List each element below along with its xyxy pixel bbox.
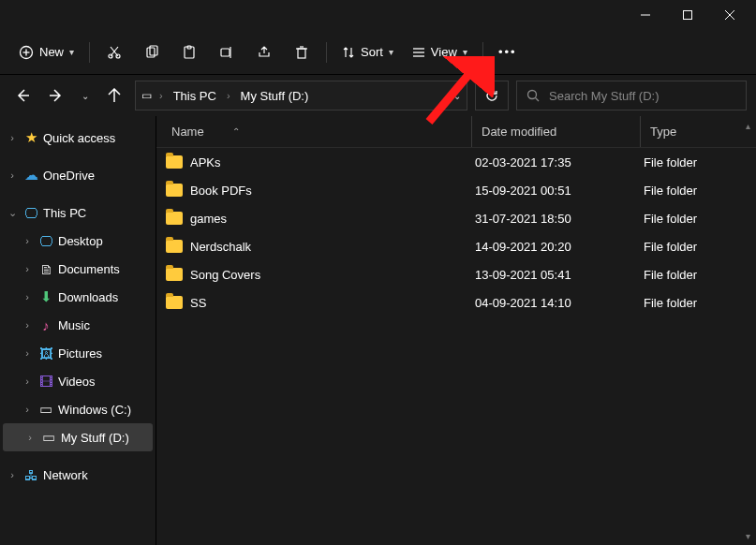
column-header-name[interactable]: Name ⌃ xyxy=(171,125,471,139)
column-header-type[interactable]: Type xyxy=(640,116,756,147)
folder-icon xyxy=(166,155,183,169)
chevron-right-icon[interactable]: › xyxy=(21,404,34,415)
chevron-right-icon[interactable]: › xyxy=(6,132,19,143)
view-button[interactable]: View ▾ xyxy=(403,36,477,69)
chevron-right-icon[interactable]: › xyxy=(6,169,19,181)
sidebar-item-documents[interactable]: › 🗎 Documents xyxy=(0,255,156,283)
address-dropdown[interactable]: ⌄ xyxy=(453,91,461,101)
documents-icon: 🗎 xyxy=(37,260,54,277)
sidebar-item-desktop[interactable]: › 🖵 Desktop xyxy=(0,227,156,255)
file-row[interactable]: Nerdschalk14-09-2021 20:20File folder xyxy=(156,232,756,260)
forward-button[interactable] xyxy=(43,82,69,109)
more-button[interactable]: ••• xyxy=(489,36,526,69)
close-button[interactable] xyxy=(708,1,750,29)
divider xyxy=(482,42,483,63)
chevron-right-icon[interactable]: › xyxy=(21,291,34,302)
title-bar xyxy=(0,0,756,30)
pictures-icon: 🖼 xyxy=(37,345,54,361)
file-row[interactable]: games31-07-2021 18:50File folder xyxy=(156,204,756,232)
sidebar-item-network[interactable]: › 🖧 Network xyxy=(0,461,156,489)
up-button[interactable] xyxy=(101,82,127,109)
scroll-down-icon[interactable]: ▾ xyxy=(741,528,754,543)
sidebar-item-downloads[interactable]: › ⬇ Downloads xyxy=(0,283,156,311)
file-row[interactable]: Book PDFs15-09-2021 00:51File folder xyxy=(156,176,756,204)
file-row[interactable]: SS04-09-2021 14:10File folder xyxy=(156,288,756,317)
recent-dropdown[interactable]: ⌄ xyxy=(77,82,94,109)
delete-icon xyxy=(294,45,309,60)
chevron-right-icon[interactable]: › xyxy=(21,235,34,246)
cut-button[interactable] xyxy=(96,36,133,69)
file-date: 14-09-2021 20:20 xyxy=(466,240,634,254)
header-label: Date modified xyxy=(482,125,556,139)
drive-icon: ▭ xyxy=(37,401,54,418)
file-type: File folder xyxy=(634,155,756,169)
chevron-down-icon: ⌄ xyxy=(82,91,89,101)
search-icon xyxy=(526,89,540,102)
navigation-bar: ⌄ ▭ › This PC › My Stuff (D:) ⌄ Search M… xyxy=(0,75,756,116)
sort-up-icon: ⌃ xyxy=(232,126,240,137)
file-name: Nerdschalk xyxy=(190,240,251,254)
videos-icon: 🎞 xyxy=(37,373,54,390)
share-button[interactable] xyxy=(245,36,283,69)
chevron-right-icon[interactable]: › xyxy=(21,347,34,359)
sidebar-item-music[interactable]: › ♪ Music xyxy=(0,311,156,339)
folder-icon xyxy=(166,296,183,309)
rename-button[interactable] xyxy=(208,36,245,69)
refresh-button[interactable] xyxy=(475,81,509,110)
breadcrumb-current[interactable]: My Stuff (D:) xyxy=(238,89,312,103)
new-label: New xyxy=(39,45,64,59)
sidebar-label: Pictures xyxy=(58,346,102,361)
sidebar-item-quick-access[interactable]: › ★ Quick access xyxy=(0,124,156,152)
file-type: File folder xyxy=(634,212,756,226)
arrow-up-icon xyxy=(107,88,122,103)
sidebar-item-videos[interactable]: › 🎞 Videos xyxy=(0,367,156,395)
music-icon: ♪ xyxy=(37,317,54,333)
chevron-right-icon[interactable]: › xyxy=(6,469,19,480)
chevron-down-icon: ▾ xyxy=(69,47,74,57)
scroll-up-icon[interactable]: ▴ xyxy=(741,118,754,133)
sidebar-label: Network xyxy=(43,468,88,482)
network-icon: 🖧 xyxy=(22,466,39,483)
cut-icon xyxy=(107,45,122,60)
vertical-scrollbar[interactable]: ▴ xyxy=(741,118,754,543)
address-bar[interactable]: ▭ › This PC › My Stuff (D:) ⌄ xyxy=(135,81,467,110)
new-button[interactable]: New ▾ xyxy=(9,36,83,69)
minimize-button[interactable] xyxy=(624,1,666,29)
sidebar-item-windows-c[interactable]: › ▭ Windows (C:) xyxy=(0,395,156,423)
chevron-right-icon[interactable]: › xyxy=(21,263,34,274)
sort-button[interactable]: Sort ▾ xyxy=(333,36,403,69)
copy-button[interactable] xyxy=(133,36,170,69)
sidebar-label: Music xyxy=(58,318,90,332)
sidebar-item-onedrive[interactable]: › ☁ OneDrive xyxy=(0,161,156,189)
file-name: Book PDFs xyxy=(190,184,252,198)
sidebar-item-pictures[interactable]: › 🖼 Pictures xyxy=(0,339,156,367)
sidebar-item-this-pc[interactable]: ⌄ 🖵 This PC xyxy=(0,199,156,227)
file-list-pane: Name ⌃ Date modified Type APKs02-03-2021… xyxy=(156,116,756,545)
paste-button[interactable] xyxy=(170,36,208,69)
chevron-right-icon[interactable]: › xyxy=(21,319,34,331)
chevron-right-icon: › xyxy=(225,90,232,101)
divider xyxy=(326,42,327,63)
maximize-button[interactable] xyxy=(666,1,708,29)
file-type: File folder xyxy=(634,296,756,310)
file-row[interactable]: Song Covers13-09-2021 05:41File folder xyxy=(156,260,756,288)
column-header-date[interactable]: Date modified xyxy=(471,116,640,147)
file-row[interactable]: APKs02-03-2021 17:35File folder xyxy=(156,148,756,176)
share-icon xyxy=(257,45,272,60)
chevron-down-icon[interactable]: ⌄ xyxy=(6,207,19,219)
file-type: File folder xyxy=(634,240,756,254)
file-type: File folder xyxy=(634,184,756,198)
breadcrumb-root[interactable]: This PC xyxy=(170,89,219,103)
search-box[interactable]: Search My Stuff (D:) xyxy=(516,81,747,110)
chevron-right-icon[interactable]: › xyxy=(21,376,34,387)
sidebar-item-my-stuff-d[interactable]: › ▭ My Stuff (D:) xyxy=(3,423,153,451)
view-icon xyxy=(412,46,425,59)
chevron-right-icon[interactable]: › xyxy=(23,432,37,443)
back-button[interactable] xyxy=(9,82,36,109)
file-date: 04-09-2021 14:10 xyxy=(466,296,634,310)
delete-button[interactable] xyxy=(283,36,320,69)
file-name: Song Covers xyxy=(190,268,260,282)
rename-icon xyxy=(219,45,234,60)
desktop-icon: 🖵 xyxy=(37,232,54,249)
file-date: 02-03-2021 17:35 xyxy=(466,155,634,169)
